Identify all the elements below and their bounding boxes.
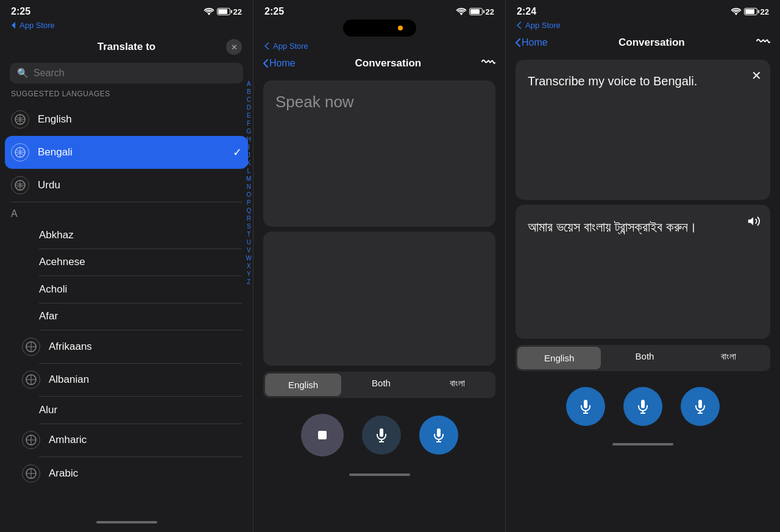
home-indicator-3 (612, 443, 673, 445)
language-item-amharic[interactable]: Amharic (0, 424, 253, 456)
search-bar[interactable]: 🔍 (10, 63, 243, 83)
conversation-title-3: Conversation (619, 37, 685, 49)
afrikaans-lang-icon (22, 338, 40, 356)
status-time-3: 2:24 (517, 6, 536, 17)
nav-bar-2: Home Conversation (254, 53, 505, 76)
stop-button[interactable] (301, 414, 344, 456)
search-input[interactable] (34, 68, 236, 79)
back-chevron-icon-3 (516, 38, 520, 47)
toggle-both-2[interactable]: Both (343, 372, 419, 398)
app-store-label-2: App Store (273, 41, 308, 51)
toggle-bengali-3[interactable]: বাংলা (687, 345, 770, 371)
phone-1: 2:25 22 App Store Translate to ✕ 🔍 SUGGE… (0, 0, 253, 532)
arabic-lang-icon (22, 464, 40, 483)
status-icons-2: 22 (456, 7, 494, 16)
english-translation-area: Transcribe my voice to Bengali. ✕ (516, 60, 770, 200)
svg-marker-12 (748, 218, 753, 225)
status-icons-1: 22 (204, 7, 242, 16)
translation-close-button[interactable]: ✕ (751, 68, 762, 83)
store-bar-1: App Store (0, 20, 253, 32)
amharic-label: Amharic (49, 434, 242, 446)
translation-area-2 (263, 232, 495, 366)
store-bar-3: App Store (506, 20, 780, 32)
lang-header: Translate to ✕ (0, 32, 253, 59)
mic-button-left-3[interactable] (566, 387, 605, 426)
status-icons-3: 22 (731, 7, 769, 16)
dynamic-island-2 (343, 20, 416, 37)
search-icon: 🔍 (17, 68, 29, 79)
dynamic-island-dot (398, 26, 403, 30)
mic-button-right-3[interactable] (681, 387, 720, 426)
toggle-english-2[interactable]: English (265, 374, 341, 396)
status-bar-2: 2:25 22 (254, 0, 505, 20)
mic-button-middle-3[interactable] (623, 387, 662, 426)
mic-button-right-2[interactable] (419, 416, 458, 455)
store-bar-2: App Store (254, 40, 505, 53)
status-time-1: 2:25 (11, 6, 30, 17)
wifi-icon-3 (731, 8, 741, 15)
phone-3: 2:24 22 App Store Home Conversation Tr (506, 0, 780, 532)
wave-icon-2[interactable] (481, 55, 495, 71)
status-bar-3: 2:24 22 (506, 0, 780, 20)
mic-controls-3 (506, 377, 780, 438)
app-store-label-1: App Store (20, 21, 55, 30)
mic-button-left-2[interactable] (362, 416, 401, 455)
toggle-bengali-2[interactable]: বাংলা (419, 372, 495, 398)
albanian-label: Albanian (49, 374, 242, 386)
home-indicator-2 (349, 473, 410, 476)
back-label-3: Home (522, 37, 548, 48)
bengali-translation-text: আমার ভয়েস বাংলায় ট্রান্সক্রাইব করুন। (528, 219, 697, 235)
toggle-both-3[interactable]: Both (603, 345, 686, 371)
language-item-urdu[interactable]: Urdu (0, 169, 253, 202)
battery-label-2: 22 (486, 7, 494, 16)
battery-icon-3 (744, 8, 757, 15)
wifi-icon (204, 8, 214, 15)
svg-rect-7 (318, 431, 327, 439)
suggested-section-label: SUGGESTED LANGUAGES (0, 90, 253, 103)
translate-to-title: Translate to (98, 41, 155, 53)
urdu-lang-icon (11, 176, 29, 194)
section-a-label: A (0, 202, 253, 222)
language-toggle-2: English Both বাংলা (263, 372, 495, 398)
battery-label-1: 22 (233, 7, 242, 16)
amharic-lang-icon (22, 431, 40, 449)
english-lang-icon (11, 110, 29, 129)
status-time-2: 2:25 (264, 6, 284, 17)
home-indicator-1 (96, 521, 157, 523)
language-item-bengali[interactable]: Bengali ✓ (5, 136, 248, 169)
wave-icon-3[interactable] (756, 35, 770, 50)
nav-bar-3: Home Conversation (506, 32, 780, 55)
chevron-left-icon-3 (517, 21, 522, 29)
close-icon: ✕ (231, 43, 238, 52)
back-label-2: Home (269, 58, 296, 69)
english-label: English (38, 113, 242, 126)
back-button-3[interactable]: Home (516, 37, 548, 48)
back-chevron-icon-2 (263, 59, 268, 68)
arabic-label: Arabic (49, 467, 242, 480)
language-item-afar[interactable]: Afar (0, 303, 253, 330)
wifi-icon-2 (456, 8, 466, 15)
language-toggle-3: English Both বাংলা (516, 345, 770, 371)
language-item-albanian[interactable]: Albanian (0, 363, 253, 396)
toggle-english-3[interactable]: English (517, 347, 601, 369)
speak-area: Speak now (263, 80, 495, 227)
speaker-icon[interactable] (747, 215, 760, 231)
language-item-acehnese[interactable]: Acehnese (0, 249, 253, 275)
bengali-label: Bengali (38, 146, 224, 158)
language-item-english[interactable]: English (0, 103, 253, 136)
language-item-abkhaz[interactable]: Abkhaz (0, 222, 253, 249)
back-button-2[interactable]: Home (263, 58, 296, 69)
chevron-left-icon-1 (11, 21, 16, 29)
battery-icon-1 (217, 8, 230, 15)
language-item-afrikaans[interactable]: Afrikaans (0, 330, 253, 363)
close-button[interactable]: ✕ (226, 39, 242, 55)
conversation-title-2: Conversation (355, 57, 422, 69)
language-item-alur[interactable]: Alur (0, 397, 253, 424)
alphabet-index[interactable]: ABCDEF GHIJKL MNOPQR STUVWX YZ (246, 80, 252, 286)
language-item-acholi[interactable]: Acholi (0, 276, 253, 303)
bengali-translation-area: আমার ভয়েস বাংলায় ট্রান্সক্রাইব করুন। (516, 205, 770, 339)
language-item-arabic[interactable]: Arabic (0, 457, 253, 490)
app-store-label-3: App Store (525, 21, 561, 30)
urdu-label: Urdu (38, 179, 242, 191)
bengali-lang-icon (11, 143, 29, 161)
